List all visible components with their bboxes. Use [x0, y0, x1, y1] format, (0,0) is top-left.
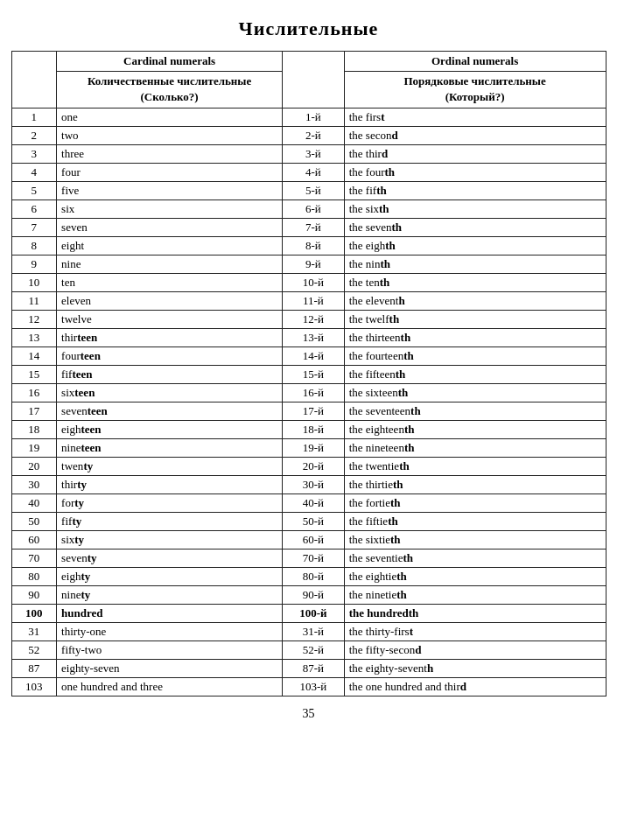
ordinal-word: the second: [344, 126, 606, 144]
cardinal-word: thirty-one: [57, 622, 283, 640]
ordinal-number: 14-й: [283, 346, 345, 365]
ordinal-word: the eighteenth: [344, 420, 606, 438]
ordinal-word: the one hundred and third: [344, 677, 606, 696]
cardinal-word: twelve: [57, 310, 283, 328]
ordinal-word: the thirteenth: [344, 328, 606, 346]
header-number-col: [11, 52, 57, 108]
ordinal-word: the fortieth: [344, 494, 606, 512]
ordinal-sub2: (Который?): [445, 90, 505, 103]
ordinal-word: the sixth: [344, 200, 606, 218]
cardinal-word: ninety: [57, 585, 283, 604]
row-number: 5: [11, 181, 57, 200]
cardinal-word: four: [57, 163, 283, 181]
ordinal-number: 31-й: [283, 622, 345, 640]
ordinal-number: 103-й: [283, 677, 345, 696]
ordinal-number: 100-й: [283, 604, 345, 622]
ordinal-number: 5-й: [283, 181, 345, 200]
ordinal-word: the eightieth: [344, 567, 606, 585]
row-number: 30: [11, 475, 57, 494]
ordinal-word: the hundredth: [344, 604, 606, 622]
row-number: 19: [11, 438, 57, 457]
row-number: 20: [11, 457, 57, 475]
ordinal-word: the eighth: [344, 236, 606, 255]
cardinal-word: two: [57, 126, 283, 144]
row-number: 7: [11, 218, 57, 236]
ordinal-word: the twentieth: [344, 457, 606, 475]
ordinal-number: 1-й: [283, 108, 345, 126]
cardinal-word: eleven: [57, 291, 283, 310]
page-number: 35: [303, 707, 315, 721]
cardinal-word: sixteen: [57, 383, 283, 402]
ordinal-word: the third: [344, 144, 606, 163]
cardinal-word: thirty: [57, 475, 283, 494]
ordinal-word: the ninth: [344, 255, 606, 273]
row-number: 3: [11, 144, 57, 163]
ordinal-number: 80-й: [283, 567, 345, 585]
row-number: 60: [11, 530, 57, 549]
ordinal-number: 16-й: [283, 383, 345, 402]
ordinal-word: the eleventh: [344, 291, 606, 310]
cardinal-word: eighty: [57, 567, 283, 585]
ordinal-word: the ninetieth: [344, 585, 606, 604]
row-number: 8: [11, 236, 57, 255]
cardinal-word: forty: [57, 494, 283, 512]
cardinal-word: five: [57, 181, 283, 200]
ordinal-number: 8-й: [283, 236, 345, 255]
ordinal-number: 52-й: [283, 640, 345, 659]
ordinal-number: 12-й: [283, 310, 345, 328]
cardinal-word: thirteen: [57, 328, 283, 346]
ordinal-number: 40-й: [283, 494, 345, 512]
ordinal-word: the tenth: [344, 273, 606, 291]
ordinal-word: the seventh: [344, 218, 606, 236]
header-ordinal-title: Ordinal numerals: [344, 52, 606, 72]
ordinal-word: the fiftieth: [344, 512, 606, 530]
row-number: 12: [11, 310, 57, 328]
ordinal-word: the twelfth: [344, 310, 606, 328]
ordinal-number: 50-й: [283, 512, 345, 530]
ordinal-number: 2-й: [283, 126, 345, 144]
row-number: 10: [11, 273, 57, 291]
row-number: 14: [11, 346, 57, 365]
row-number: 4: [11, 163, 57, 181]
row-number: 100: [11, 604, 57, 622]
row-number: 16: [11, 383, 57, 402]
ordinal-number: 87-й: [283, 659, 345, 677]
cardinal-word: twenty: [57, 457, 283, 475]
ordinal-number: 30-й: [283, 475, 345, 494]
row-number: 17: [11, 402, 57, 420]
row-number: 80: [11, 567, 57, 585]
cardinal-word: ten: [57, 273, 283, 291]
ordinal-number: 4-й: [283, 163, 345, 181]
ordinal-number: 6-й: [283, 200, 345, 218]
row-number: 11: [11, 291, 57, 310]
row-number: 13: [11, 328, 57, 346]
ordinal-number: 9-й: [283, 255, 345, 273]
ordinal-word: the fifteenth: [344, 365, 606, 383]
cardinal-word: three: [57, 144, 283, 163]
ordinal-word: the seventeenth: [344, 402, 606, 420]
cardinal-word: nineteen: [57, 438, 283, 457]
ordinal-word: the thirty-first: [344, 622, 606, 640]
row-number: 1: [11, 108, 57, 126]
cardinal-sub1: Количественные числительные: [88, 74, 251, 88]
row-number: 52: [11, 640, 57, 659]
row-number: 103: [11, 677, 57, 696]
ordinal-word: the nineteenth: [344, 438, 606, 457]
ordinal-word: the sixteenth: [344, 383, 606, 402]
row-number: 2: [11, 126, 57, 144]
row-number: 87: [11, 659, 57, 677]
ordinal-word: the fifty-second: [344, 640, 606, 659]
cardinal-word: one hundred and three: [57, 677, 283, 696]
cardinal-word: nine: [57, 255, 283, 273]
numerals-table: Cardinal numerals Ordinal numerals Колич…: [11, 51, 606, 696]
ordinal-number: 11-й: [283, 291, 345, 310]
cardinal-word: seventy: [57, 549, 283, 567]
ordinal-number: 18-й: [283, 420, 345, 438]
cardinal-word: eight: [57, 236, 283, 255]
ordinal-word: the eighty-seventh: [344, 659, 606, 677]
cardinal-sub2: (Сколько?): [141, 90, 199, 103]
ordinal-word: the first: [344, 108, 606, 126]
ordinal-word: the fourteenth: [344, 346, 606, 365]
cardinal-word: six: [57, 200, 283, 218]
ordinal-sub1: Порядковые числительные: [403, 74, 545, 88]
